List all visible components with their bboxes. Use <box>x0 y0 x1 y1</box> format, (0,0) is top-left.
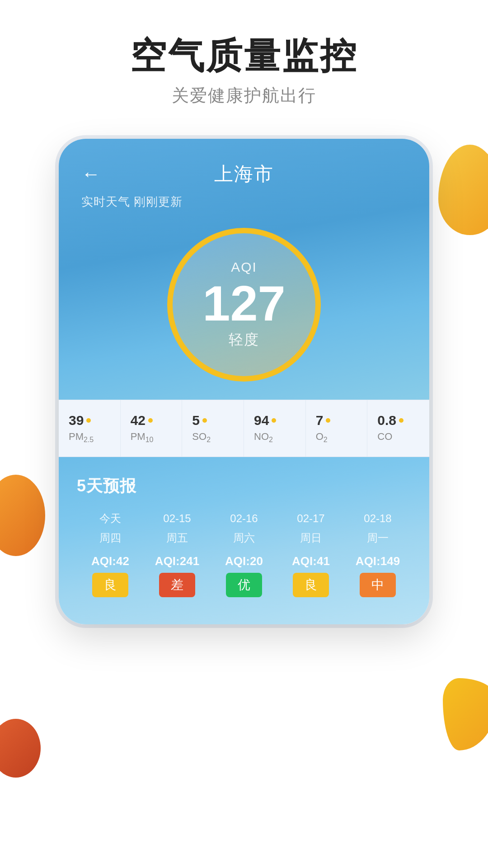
forecast-date-4: 02-18 <box>364 511 391 526</box>
app-screen: ← 上海市 实时天气 刚刚更新 AQI 127 轻度 39P <box>59 139 429 624</box>
pollutant-item-so2: 5SO2 <box>182 400 244 457</box>
pollutant-name-5: CO <box>377 431 392 443</box>
pollutant-value-5: 0.8 <box>377 413 396 428</box>
pollutant-value-1: 42 <box>131 413 145 428</box>
weather-status: 实时天气 刚刚更新 <box>81 194 407 210</box>
forecast-badge-2: 优 <box>226 573 262 597</box>
app-top-section: ← 上海市 实时天气 刚刚更新 AQI 127 轻度 <box>59 139 429 400</box>
pollutant-item-pm10: 42PM10 <box>121 400 183 457</box>
pollutant-value-3: 94 <box>254 413 269 428</box>
app-nav: ← 上海市 <box>81 161 407 187</box>
forecast-date-1: 02-15 <box>163 511 191 526</box>
page-title: 空气质量监控 <box>0 36 488 76</box>
pollutant-item-pm2.5: 39PM2.5 <box>59 400 121 457</box>
pollutant-item-co: 0.8CO <box>367 400 429 457</box>
forecast-weekday-3: 周日 <box>300 531 322 545</box>
forecast-aqi-1: AQI:241 <box>155 554 199 568</box>
pollutants-grid: 39PM2.542PM105SO294NO27O20.8CO <box>59 400 429 457</box>
pollutant-name-1: PM10 <box>131 431 154 444</box>
forecast-date-0: 今天 <box>99 511 121 526</box>
forecast-day-3: 02-17周日AQI:41良 <box>277 511 344 597</box>
aqi-label: AQI <box>231 259 257 275</box>
forecast-section: 5天预报 今天周四AQI:42良02-15周五AQI:241差02-16周六AQ… <box>59 457 429 624</box>
aqi-circle-container: AQI 127 轻度 <box>81 223 407 400</box>
pollutant-value-4: 7 <box>316 413 324 428</box>
forecast-day-2: 02-16周六AQI:20优 <box>211 511 277 597</box>
forecast-date-2: 02-16 <box>230 511 258 526</box>
forecast-aqi-3: AQI:41 <box>292 554 330 568</box>
pollutant-dot-5 <box>399 418 404 423</box>
forecast-badge-4: 中 <box>360 573 396 597</box>
decorative-blob-bottom-right <box>443 678 488 750</box>
pollutant-dot-1 <box>148 418 153 423</box>
forecast-aqi-2: AQI:20 <box>225 554 263 568</box>
forecast-weekday-0: 周四 <box>99 531 121 545</box>
forecast-badge-3: 良 <box>293 573 329 597</box>
forecast-title: 5天预报 <box>77 475 411 497</box>
pollutant-dot-4 <box>326 418 330 423</box>
pollutant-item-o2: 7O2 <box>306 400 368 457</box>
decorative-blob-top-right <box>438 145 488 235</box>
pollutant-name-3: NO2 <box>254 431 273 444</box>
pollutants-section: 39PM2.542PM105SO294NO27O20.8CO <box>59 400 429 457</box>
city-title: 上海市 <box>214 161 274 187</box>
aqi-value: 127 <box>202 278 286 328</box>
forecast-date-3: 02-17 <box>297 511 324 526</box>
forecast-aqi-4: AQI:149 <box>356 554 400 568</box>
back-button[interactable]: ← <box>81 163 100 185</box>
decorative-blob-bottom-left <box>0 475 45 556</box>
forecast-aqi-0: AQI:42 <box>91 554 129 568</box>
forecast-day-0: 今天周四AQI:42良 <box>77 511 144 597</box>
forecast-weekday-2: 周六 <box>233 531 255 545</box>
forecast-grid: 今天周四AQI:42良02-15周五AQI:241差02-16周六AQI:20优… <box>77 511 411 597</box>
phone-mockup: ← 上海市 实时天气 刚刚更新 AQI 127 轻度 39P <box>59 139 429 624</box>
pollutant-dot-0 <box>86 418 91 423</box>
pollutant-item-no2: 94NO2 <box>244 400 306 457</box>
pollutant-name-0: PM2.5 <box>69 431 94 444</box>
pollutant-value-0: 39 <box>69 413 84 428</box>
page-header: 空气质量监控 关爱健康护航出行 <box>0 0 488 125</box>
pollutant-name-2: SO2 <box>192 431 211 444</box>
decorative-blob-bottom-left2 <box>0 719 41 778</box>
forecast-weekday-1: 周五 <box>166 531 188 545</box>
forecast-day-1: 02-15周五AQI:241差 <box>144 511 211 597</box>
forecast-day-4: 02-18周一AQI:149中 <box>344 511 411 597</box>
pollutant-name-4: O2 <box>316 431 328 444</box>
forecast-badge-1: 差 <box>159 573 195 597</box>
phone-container: ← 上海市 实时天气 刚刚更新 AQI 127 轻度 39P <box>59 139 429 624</box>
forecast-badge-0: 良 <box>92 573 128 597</box>
aqi-circle: AQI 127 轻度 <box>167 228 321 382</box>
page-subtitle: 关爱健康护航出行 <box>0 84 488 107</box>
pollutant-value-2: 5 <box>192 413 200 428</box>
pollutant-dot-3 <box>272 418 276 423</box>
forecast-weekday-4: 周一 <box>367 531 389 545</box>
aqi-description: 轻度 <box>229 330 259 350</box>
pollutant-dot-2 <box>202 418 207 423</box>
